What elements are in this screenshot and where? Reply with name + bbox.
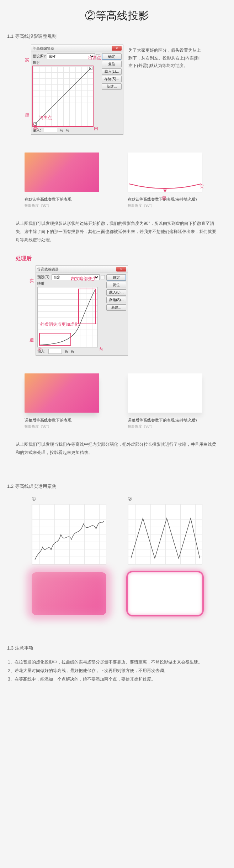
label-xu: 虚: [30, 337, 34, 343]
editor-button-column: 确定 复位 载入(L)... 存储(S)... 新建...: [106, 274, 126, 354]
example-1-graph: [32, 504, 106, 564]
note-2: 2、若花大量时间做好的等高线，最好把他保存，下次再用则很方便，不用再次去调。: [8, 666, 226, 675]
editor-button-column: 确定 复位 载入(L)... 存储(S)... 新建...: [102, 53, 122, 133]
caption: 在默认等高线参数下的表现(去掉填充后): [128, 197, 209, 202]
page-title: ②等高线投影: [0, 0, 234, 30]
preview-adjusted-nofill: 调整后等高线参数下的表现(去掉填充后) 投影角度（90°）: [128, 373, 209, 429]
preview-default-filled: 在默认等高线参数下的表现 投影角度（90°）: [25, 153, 106, 208]
preview-adjusted-filled: 调整后等高线参数下的表现 投影角度（90°）: [25, 373, 106, 429]
example-2-graph: [128, 504, 202, 564]
mapping-graph-custom[interactable]: [37, 287, 98, 347]
close-icon[interactable]: ✕: [112, 46, 122, 51]
input-percent: %: [60, 129, 63, 133]
reset-button[interactable]: 复位: [106, 282, 126, 288]
gradient-sample: [25, 153, 99, 192]
note-3: 3、在等高线中，能添加一个点解决的，绝不要添加两个点，要使其柔和过度。: [8, 675, 226, 683]
input-field[interactable]: [48, 349, 62, 354]
gear-icon[interactable]: [101, 275, 105, 279]
svg-marker-7: [163, 190, 167, 192]
label-inner-dark: 内实暗部变少: [71, 276, 96, 282]
ok-button[interactable]: 确定: [102, 53, 122, 60]
save-button[interactable]: 存储(S)...: [102, 76, 122, 82]
caption: 在默认等高线参数下的表现: [25, 197, 106, 202]
editor-panel-custom: 等高线编辑器 ✕ 预设(R): 自定 映射: [36, 265, 128, 356]
editor-title: 等高线编辑器: [37, 267, 59, 272]
side-explanation-1: 为了大家更好的区分，箭头设置为从上到下，从右到左。投影从右上(内实)到左下(外需…: [128, 45, 203, 135]
mapping-label: 映射: [33, 60, 100, 65]
preset-select[interactable]: 线性: [47, 53, 95, 59]
subcaption: 投影角度（90°）: [25, 203, 106, 208]
new-button[interactable]: 新建...: [102, 83, 122, 90]
arc-xu: 虚: [162, 195, 166, 201]
output-percent: %: [66, 129, 69, 133]
paragraph-1: 从上图我们可以发现投影从形状的边缘开始扩散，我们的投影角度为90°，所以由实到虚…: [0, 212, 234, 253]
caption: 调整后等高线参数下的表现: [25, 418, 106, 423]
subcaption: 投影角度（90°）: [128, 424, 209, 429]
arc-shi: 实: [200, 184, 204, 190]
example-2-label: ②: [128, 496, 202, 502]
editor-panel-default: 等高线编辑器 ✕ 预设(R): 线性 映射: [31, 45, 123, 135]
example-2-result: [128, 572, 202, 615]
shadow-sample: [128, 373, 202, 413]
reset-button[interactable]: 复位: [102, 61, 122, 67]
note-1: 1、在拉普通的虚化投影中，拉曲线的实与虚部分尽量不要靠边、要留距离，不然投影做出…: [8, 658, 226, 666]
new-button[interactable]: 新建...: [106, 304, 126, 311]
editor-titlebar: 等高线编辑器 ✕: [31, 45, 123, 52]
label-outer-soft: 外虚消失点更加虚化: [40, 321, 79, 327]
section-1-3-heading: 1.3 注意事项: [0, 642, 234, 656]
load-button[interactable]: 载入(L)...: [102, 68, 122, 75]
preview-default-nofill: 实 虚 在默认等高线参数下的表现(去掉填充后) 投影角度（90°）: [128, 153, 209, 208]
label-vanish: 消失点: [39, 115, 52, 121]
after-processing-heading: 处理后: [0, 253, 234, 265]
subcaption: 投影角度（90°）: [25, 424, 106, 429]
label-outer: 外: [33, 125, 38, 131]
editor-titlebar: 等高线编辑器 ✕: [36, 266, 128, 273]
section-1-2-heading: 1.2 等高线虚实运用案例: [0, 480, 234, 495]
ok-button[interactable]: 确定: [106, 274, 126, 281]
preset-label: 预设(R):: [37, 275, 50, 280]
caption: 调整后等高线参数下的表现(去掉填充后): [128, 418, 209, 423]
mapping-label: 映射: [37, 281, 105, 286]
example-1-label: ①: [32, 496, 106, 502]
label-start: 出发点: [88, 55, 101, 61]
gradient-sample: [25, 373, 99, 413]
example-1-result: [32, 572, 106, 615]
paragraph-2: 从上图我们可以发现当我们在等高线中把内实部分弱化，把外虚部分拉长投影就进行了收缩…: [0, 433, 234, 466]
output-percent: %: [71, 350, 74, 353]
label-shi: 实: [30, 278, 34, 284]
shadow-sample: 实 虚: [128, 153, 202, 192]
input-field[interactable]: [44, 128, 57, 133]
load-button[interactable]: 载入(L)...: [106, 289, 126, 296]
label-outer: 外: [38, 346, 42, 352]
save-button[interactable]: 存储(S)...: [106, 297, 126, 303]
preset-label: 预设(R):: [33, 54, 46, 59]
input-percent: %: [65, 350, 68, 353]
label-xu: 虚: [25, 112, 29, 118]
example-1: ①: [32, 496, 106, 615]
example-2: ②: [128, 496, 202, 615]
label-shi: 实: [25, 57, 29, 63]
notes-list: 1、在拉普通的虚化投影中，拉曲线的实与虚部分尽量不要靠边、要留距离，不然投影做出…: [0, 656, 234, 698]
label-inner: 内: [99, 346, 103, 352]
editor-title: 等高线编辑器: [33, 46, 54, 51]
section-1-1-heading: 1.1 等高线投影调整规则: [0, 30, 234, 45]
subcaption: 投影角度（90°）: [128, 203, 209, 208]
close-icon[interactable]: ✕: [116, 267, 126, 272]
label-inner: 内: [94, 125, 98, 131]
